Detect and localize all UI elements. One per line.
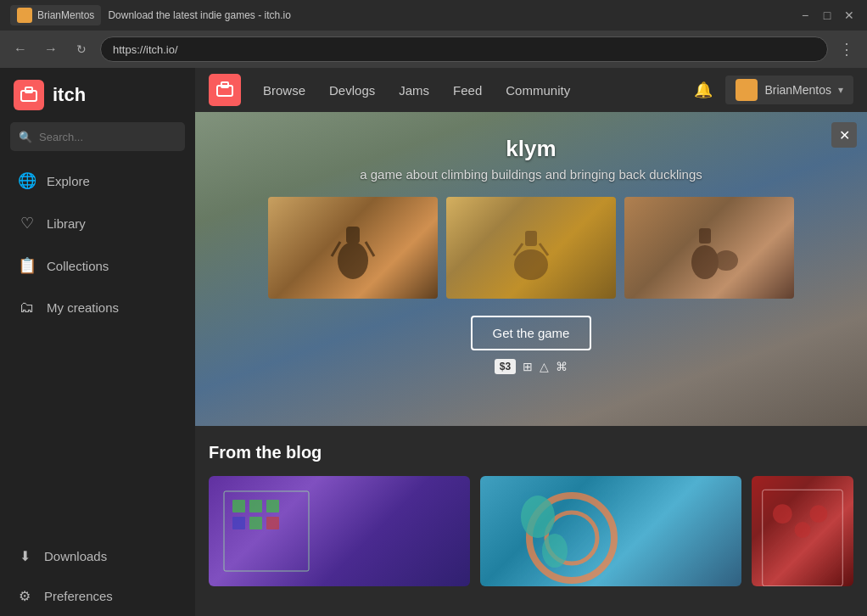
hero-section: ✕ klym a game about climbing buildings a… <box>195 112 867 426</box>
svg-rect-21 <box>266 517 279 529</box>
more-options-button[interactable]: ⋮ <box>835 37 859 61</box>
linux-icon: △ <box>540 360 549 373</box>
svg-point-25 <box>542 534 568 568</box>
main-layout: itch 🔍 Search... 🌐 Explore ♡ Library 📋 C… <box>0 68 867 616</box>
user-name: BrianMentos <box>764 83 831 97</box>
svg-rect-17 <box>249 500 262 512</box>
content-area: Browse Devlogs Jams Feed Community 🔔 Bri… <box>195 68 867 616</box>
svg-point-29 <box>810 505 828 523</box>
nav-community[interactable]: Community <box>495 78 580 103</box>
blog-grid <box>209 476 853 586</box>
back-button[interactable]: ← <box>8 37 32 61</box>
platform-row: $3 ⊞ △ ⌘ <box>495 359 568 374</box>
windows-icon: ⊞ <box>523 360 533 373</box>
sidebar-item-explore[interactable]: 🌐 Explore <box>0 160 195 202</box>
sidebar-logo: itch <box>0 68 195 122</box>
svg-point-8 <box>514 249 548 280</box>
hero-actions: Get the game $3 ⊞ △ ⌘ <box>471 316 592 374</box>
svg-rect-13 <box>699 228 711 244</box>
minimize-button[interactable]: − <box>797 8 813 23</box>
svg-point-14 <box>714 250 738 271</box>
window-controls: − □ ✕ <box>797 8 857 23</box>
screenshot-1 <box>268 197 438 299</box>
browserbar: ← → ↻ https://itch.io/ ⋮ <box>0 31 867 68</box>
user-menu[interactable]: BrianMentos ▾ <box>725 76 853 104</box>
sidebar-item-library[interactable]: ♡ Library <box>0 202 195 244</box>
svg-rect-19 <box>232 517 245 529</box>
itch-logo <box>209 74 241 106</box>
sidebar-bottom: ⬇ Downloads ⚙ Preferences <box>0 536 195 616</box>
explore-icon: 🌐 <box>18 171 36 190</box>
titlebar-avatar <box>17 8 32 23</box>
chevron-down-icon: ▾ <box>838 84 843 96</box>
nav-jams[interactable]: Jams <box>389 78 439 103</box>
blog-section: From the blog <box>195 426 867 603</box>
screenshot-figure-2 <box>446 197 616 299</box>
page-title: Download the latest indie games - itch.i… <box>108 9 290 21</box>
top-nav: Browse Devlogs Jams Feed Community 🔔 Bri… <box>195 68 867 112</box>
blog-card-3[interactable] <box>752 476 853 586</box>
sidebar-item-downloads-label: Downloads <box>44 549 107 563</box>
collections-icon: 📋 <box>18 256 36 275</box>
blog-section-title: From the blog <box>209 443 853 462</box>
sidebar-item-preferences[interactable]: ⚙ Preferences <box>0 576 195 616</box>
sidebar-item-my-creations[interactable]: 🗂 My creations <box>0 287 195 328</box>
sidebar-item-preferences-label: Preferences <box>44 589 113 603</box>
blog-card-2-inner <box>480 476 741 586</box>
svg-rect-16 <box>232 500 245 512</box>
svg-rect-5 <box>346 227 360 244</box>
refresh-button[interactable]: ↻ <box>70 37 93 61</box>
sidebar-item-collections[interactable]: 📋 Collections <box>0 244 195 287</box>
preferences-icon: ⚙ <box>15 588 34 604</box>
sidebar-nav: 🌐 Explore ♡ Library 📋 Collections 🗂 My c… <box>0 160 195 348</box>
hero-game-subtitle: a game about climbing buildings and brin… <box>360 167 702 182</box>
url-bar[interactable]: https://itch.io/ <box>100 36 828 62</box>
titlebar-left: BrianMentos Download the latest indie ga… <box>10 5 291 25</box>
top-nav-right: 🔔 BrianMentos ▾ <box>690 76 853 104</box>
svg-point-28 <box>795 522 811 538</box>
mac-icon: ⌘ <box>556 360 568 373</box>
nav-devlogs[interactable]: Devlogs <box>319 78 385 103</box>
svg-rect-20 <box>249 517 262 529</box>
screenshot-3 <box>624 197 794 299</box>
price-badge: $3 <box>495 359 516 374</box>
sidebar-item-my-creations-label: My creations <box>47 300 119 315</box>
screenshot-figure-3 <box>624 197 794 299</box>
screenshot-figure-1 <box>268 197 438 299</box>
search-icon: 🔍 <box>19 131 32 143</box>
titlebar: BrianMentos Download the latest indie ga… <box>0 0 867 31</box>
sidebar-item-library-label: Library <box>47 216 86 231</box>
logo-icon <box>14 80 44 110</box>
svg-point-24 <box>521 496 555 538</box>
sidebar-item-collections-label: Collections <box>47 259 109 273</box>
blog-card-1[interactable] <box>209 476 470 586</box>
hero-content: klym a game about climbing buildings and… <box>195 112 867 374</box>
user-avatar <box>736 79 758 101</box>
svg-point-4 <box>338 242 368 279</box>
downloads-icon: ⬇ <box>15 548 34 564</box>
sidebar-item-downloads[interactable]: ⬇ Downloads <box>0 536 195 576</box>
blog-card-2[interactable] <box>480 476 741 586</box>
hero-game-title: klym <box>506 136 556 162</box>
titlebar-user[interactable]: BrianMentos <box>10 5 101 25</box>
logo-text: itch <box>53 84 86 106</box>
url-text: https://itch.io/ <box>113 43 178 56</box>
close-button[interactable]: ✕ <box>842 8 857 23</box>
sidebar-item-explore-label: Explore <box>47 174 90 188</box>
nav-browse[interactable]: Browse <box>253 78 316 103</box>
notifications-bell[interactable]: 🔔 <box>690 76 717 104</box>
search-input: Search... <box>39 131 83 143</box>
hero-close-button[interactable]: ✕ <box>831 122 857 148</box>
nav-feed[interactable]: Feed <box>443 78 492 103</box>
forward-button[interactable]: → <box>39 37 63 61</box>
get-game-button[interactable]: Get the game <box>471 316 592 350</box>
blog-card-3-inner <box>752 476 853 586</box>
maximize-button[interactable]: □ <box>819 8 835 23</box>
blog-card-1-inner <box>209 476 470 586</box>
my-creations-icon: 🗂 <box>18 299 36 316</box>
svg-point-27 <box>773 504 792 524</box>
library-icon: ♡ <box>18 214 36 232</box>
titlebar-username: BrianMentos <box>37 9 94 21</box>
search-bar[interactable]: 🔍 Search... <box>10 122 185 151</box>
svg-rect-18 <box>266 500 279 512</box>
